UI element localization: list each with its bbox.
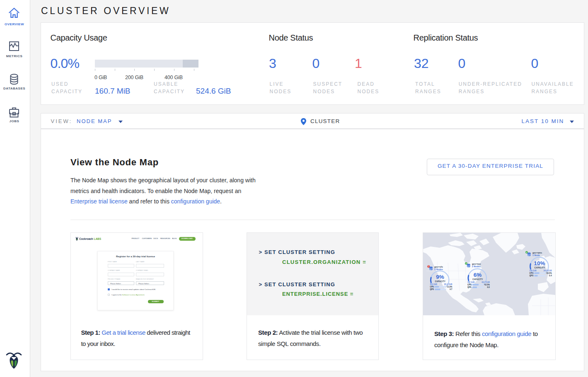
svg-text:!: ! [428,265,429,268]
svg-text:CAPACITY: CAPACITY [435,280,446,283]
svg-text:6%: 6% [474,272,482,278]
svg-text:QPS: QPS [467,286,472,288]
svg-text:35.1 GiB: 35.1 GiB [444,283,452,285]
svg-text:0.4: 0.4 [549,275,552,277]
svg-text:11.0%: 11.0% [447,286,452,288]
svg-text:QPS: QPS [430,288,434,290]
svg-text:2 Nodes: 2 Nodes [472,265,481,268]
svg-text:✓: ✓ [526,251,528,254]
svg-text:CAPACITY: CAPACITY [535,267,545,269]
svg-text:42.5%: 42.5% [484,284,490,286]
svg-text:0.0: 0.0 [487,286,490,288]
svg-text:CAPACITY: CAPACITY [472,278,483,280]
svg-text:9%: 9% [436,274,444,280]
svg-text:4.7: 4.7 [450,288,452,290]
svg-text:✓: ✓ [465,262,467,265]
svg-text:3.7 GiB: 3.7 GiB [467,281,475,283]
svg-text:2 Nodes: 2 Nodes [434,268,443,271]
svg-text:CPU: CPU [430,286,434,288]
svg-text:10%: 10% [534,260,545,266]
svg-text:CPU: CPU [530,272,534,274]
svg-text:QPS: QPS [530,275,534,277]
svg-text:1 Node: 1 Node [532,254,540,256]
svg-text:3.6 GiB: 3.6 GiB [530,269,537,272]
svg-text:34.4 GiB: 34.4 GiB [543,269,552,272]
svg-text:3.2 GiB: 3.2 GiB [430,283,437,285]
svg-text:CPU: CPU [467,284,472,286]
svg-text:43.7 GiB: 43.7 GiB [482,281,490,283]
svg-text:13.3%: 13.3% [546,272,552,274]
